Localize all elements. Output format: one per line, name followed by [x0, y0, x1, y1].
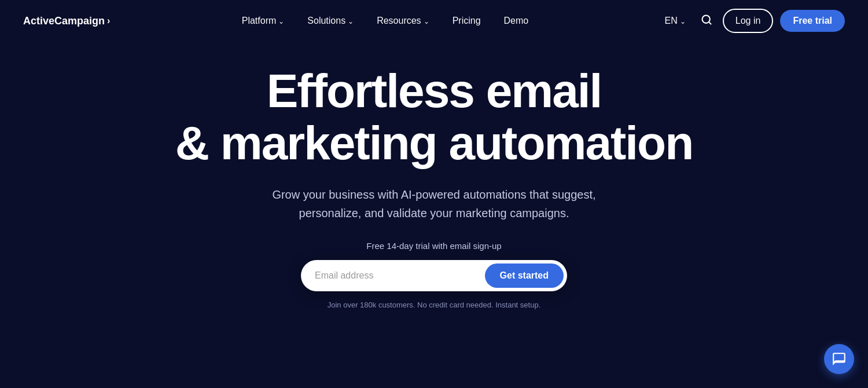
- nav-item-pricing[interactable]: Pricing: [443, 11, 490, 31]
- chevron-down-icon: ⌄: [680, 17, 686, 25]
- brand-name: ActiveCampaign: [23, 15, 105, 27]
- chevron-down-icon: ⌄: [278, 17, 284, 25]
- hero-title: Effortless email & marketing automation: [175, 65, 693, 169]
- chevron-down-icon: ⌄: [348, 17, 354, 25]
- nav-right: EN ⌄ Log in Free trial: [660, 9, 845, 33]
- hero-subtitle: Grow your business with AI-powered autom…: [272, 185, 596, 222]
- hero-signup-form: Get started: [301, 260, 567, 291]
- search-button[interactable]: [697, 10, 716, 32]
- hero-disclaimer: Join over 180k customers. No credit card…: [328, 301, 541, 309]
- login-button[interactable]: Log in: [723, 9, 774, 33]
- nav-links: Platform ⌄ Solutions ⌄ Resources ⌄ Prici…: [110, 11, 660, 31]
- hero-trial-label: Free 14-day trial with email sign-up: [366, 241, 501, 251]
- get-started-button[interactable]: Get started: [485, 263, 564, 288]
- nav-item-platform[interactable]: Platform ⌄: [233, 11, 294, 31]
- nav-item-resources[interactable]: Resources ⌄: [367, 11, 438, 31]
- chevron-down-icon: ⌄: [424, 17, 429, 25]
- hero-section: Effortless email & marketing automation …: [0, 42, 868, 327]
- free-trial-button[interactable]: Free trial: [780, 10, 845, 32]
- navbar: ActiveCampaign › Platform ⌄ Solutions ⌄ …: [0, 0, 868, 42]
- nav-item-solutions[interactable]: Solutions ⌄: [298, 11, 363, 31]
- email-input[interactable]: [315, 266, 485, 285]
- svg-line-1: [709, 21, 711, 24]
- brand-logo[interactable]: ActiveCampaign ›: [23, 15, 110, 27]
- chat-bubble-button[interactable]: [824, 344, 854, 374]
- nav-item-demo[interactable]: Demo: [495, 11, 538, 31]
- language-selector[interactable]: EN ⌄: [660, 12, 690, 30]
